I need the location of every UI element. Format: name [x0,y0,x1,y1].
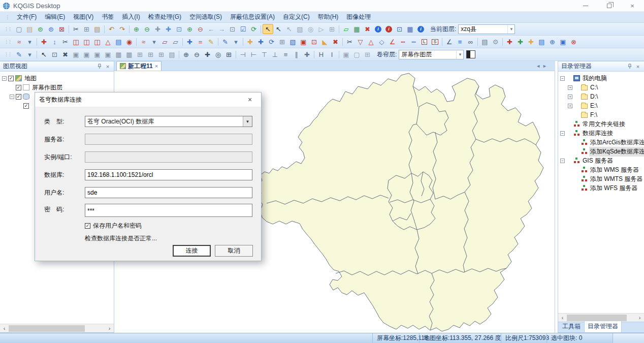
save-edits-icon[interactable]: ▣ [558,37,568,47]
center-both-icon[interactable]: ✚ [302,49,312,59]
layer-stack-icon[interactable]: ≡ [455,37,465,47]
minimize-button[interactable] [574,0,597,11]
new-document-icon[interactable]: ▢ [14,24,24,34]
zoom-preview-icon[interactable]: ⊕ [547,37,558,47]
rotate-feature-icon[interactable]: ⟳ [266,37,277,47]
add-vertex-icon[interactable]: ✚ [39,37,49,47]
clip-feature-icon[interactable]: ⊡ [309,37,319,47]
node-drive-f[interactable]: ✓ F:\ [558,110,644,119]
chevron-down-icon[interactable]: ▼ [243,116,252,127]
rectangle-tool-icon[interactable]: ▧ [287,37,298,47]
diamond-tool-icon[interactable]: ◇ [376,37,387,47]
distribute-h-icon[interactable]: ∥ [291,49,302,59]
layout-select-box-icon[interactable]: ⊡ [49,49,60,59]
label-s-icon[interactable]: S [430,37,440,47]
username-field[interactable] [85,187,252,198]
full-extent-icon[interactable]: ⊡ [227,24,238,34]
layout-zoom-out-icon[interactable]: ⊖ [191,49,202,59]
add-database-icon[interactable]: ⊜ [35,24,46,34]
node-folder-links[interactable]: ✓ 常用文件夹链接 [558,119,644,129]
style-brush-icon[interactable]: ✎ [206,37,216,47]
tab-scroll-left-icon[interactable]: ◄ [536,64,542,69]
move-vertex-icon[interactable]: ↕ [49,37,60,47]
node-gis-servers[interactable]: − ✓ GIS 服务器 [558,156,644,165]
sketch-dropdown-icon[interactable]: ▾ [149,37,159,47]
copy-icon[interactable]: ⊞ [81,24,92,34]
pen-dropdown-icon[interactable]: ▾ [231,37,241,47]
draw-dropdown-icon[interactable]: ▾ [24,37,35,47]
swipe-layer-combobox[interactable]: 屏幕作图层 ▼ [399,50,464,59]
delete-vertex-icon[interactable]: ✖ [330,37,341,47]
layout-center-icon[interactable]: ⊞ [223,49,234,59]
save-database-icon[interactable]: ⊜ [46,24,56,34]
direction-tool-icon[interactable]: ∠ [387,37,398,47]
pan-window-icon[interactable]: ✚ [163,24,174,34]
zoom-in-icon[interactable]: ⊕ [131,24,142,34]
expander-icon[interactable]: − [560,76,565,81]
copy-feature-icon[interactable]: ⊞ [277,37,287,47]
doc-grid-icon[interactable]: ▦ [113,49,124,59]
close-icon[interactable]: × [634,63,642,71]
align-bottom-icon[interactable]: ⊥ [270,49,280,59]
next-view-icon[interactable]: → [216,24,227,34]
cancel-button[interactable]: 取消 [215,245,253,257]
menu-check-process[interactable]: 检查处理(G) [145,12,185,22]
node-add-wms-server[interactable]: ✓ 添加 WMS 服务器 [558,165,644,174]
doc-grid-dots-icon[interactable]: ▦ [124,49,135,59]
database-type-combobox[interactable]: 苍穹 Oracle(OCI) 数据库 ▼ [85,116,252,127]
document-tab[interactable]: 新工程11 × [116,61,162,71]
snap-point-icon[interactable]: ◉ [124,37,135,47]
node-add-arcgis-connection[interactable]: ✓ 添加ArcGis数据库连接 [558,138,644,147]
select-feature-icon[interactable]: ↖ [273,24,284,34]
deselect-icon[interactable]: ↖ [284,24,295,34]
doc-grid-plus-icon[interactable]: ⊞ [135,49,145,59]
delete-selection-icon[interactable]: ✖ [362,24,373,34]
edit-style-dropdown-icon[interactable]: ▾ [24,49,35,59]
scroll-right-icon[interactable]: › [105,325,114,331]
menu-view[interactable]: 视图(V) [70,12,97,22]
measure-angle-icon[interactable]: ∠ [444,37,455,47]
split-feature-icon[interactable]: ✂ [60,37,71,47]
list-panel-icon[interactable]: ▤ [536,37,547,47]
node-add-kqsde-connection[interactable]: ✓ 添加KqSde数据库连接 [558,147,644,156]
tab-scroll-right-icon[interactable]: ► [542,64,549,69]
node-tool-red-icon[interactable]: ✚ [504,37,515,47]
node-add-wfs-server[interactable]: ✓ 添加 WFS 服务器 [558,183,644,193]
align-left-icon[interactable]: ⊣ [238,49,248,59]
select-tool-icon[interactable]: ↖ [263,24,273,34]
node-tool-green-icon[interactable]: ✚ [515,37,526,47]
align-right-icon[interactable]: ⊢ [248,49,259,59]
doc-flip-icon[interactable]: ▣ [103,49,113,59]
split-line-icon[interactable]: ◫ [71,37,81,47]
ungroup-items-icon[interactable]: ▢ [351,49,362,59]
expander-icon[interactable]: + [568,104,572,108]
image-settings-icon[interactable]: ▤ [479,37,490,47]
magnify-out-icon[interactable]: ⊖ [195,24,206,34]
close-project-icon[interactable]: ⊠ [56,24,67,34]
scrollbar-thumb[interactable] [567,315,627,321]
stop-edit-icon[interactable]: ⊗ [568,37,579,47]
node-my-computer[interactable]: − ✓ 我的电脑 [558,74,644,83]
layer-checkbox[interactable]: ✓ [8,76,14,81]
trace-polygon-alt-icon[interactable]: ▱ [170,37,181,47]
layer-checkbox[interactable]: ✓ [16,94,21,100]
scrollbar-thumb[interactable] [9,325,85,332]
doc-copy-icon[interactable]: ▣ [81,49,92,59]
dialog-title-bar[interactable]: 苍穹数据库连接 × [35,92,261,107]
node-add-wmts-server[interactable]: ✓ 添加 WMTS 服务器 [558,174,644,183]
node-drive-d[interactable]: + ✓ D:\ [558,92,644,101]
pen-tool-icon[interactable]: ✎ [220,37,231,47]
menu-mask-info-settings[interactable]: 屏蔽信息设置(A) [227,12,278,22]
view-check-icon[interactable]: ☑ [238,24,248,34]
align-top-icon[interactable]: ⊤ [259,49,270,59]
angle-tool-icon[interactable]: △ [366,37,376,47]
paste-icon[interactable]: ▤ [92,24,103,34]
doc-zoom-icon[interactable]: ▣ [71,49,81,59]
node-drive-e[interactable]: + ✓ E:\ [558,101,644,110]
tab-toolbox[interactable]: 工具箱 [559,321,584,332]
layout-pan-icon[interactable]: ✚ [202,49,213,59]
select-window-icon[interactable]: ⊞ [327,24,337,34]
filter-funnel-icon[interactable]: ▽ [355,37,366,47]
undo-icon[interactable]: ↶ [106,24,117,34]
chevron-down-icon[interactable]: ▼ [456,50,463,59]
